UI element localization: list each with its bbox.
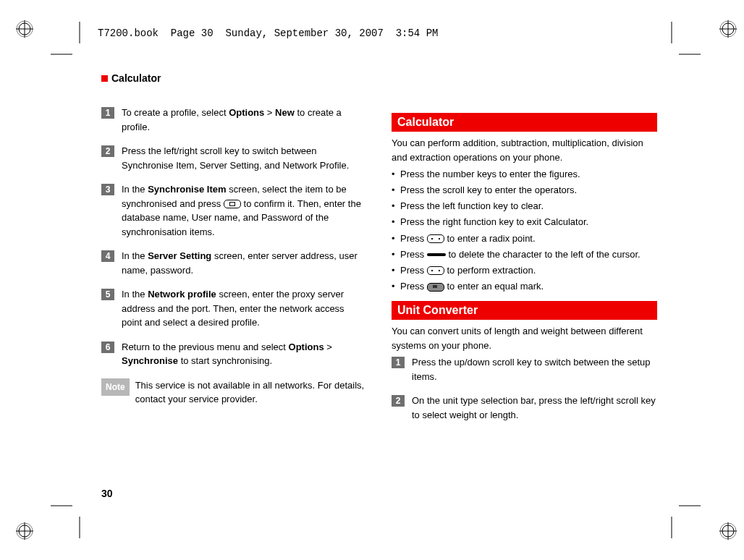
step-text: In the Server Setting screen, enter serv… [122, 249, 367, 277]
bullet-item: Press to delete the character to the lef… [392, 247, 657, 262]
right-column: Calculator You can perform addition, sub… [392, 106, 657, 432]
step-number: 2 [101, 145, 114, 157]
page-number: 30 [101, 488, 113, 499]
crop-mark-icon [664, 502, 701, 538]
bullet-item: Press the right function key to exit Cal… [392, 215, 657, 229]
page-content: Calculator 1 To create a profile, select… [101, 72, 657, 502]
registration-mark-icon [16, 522, 33, 540]
bullet-item: Press to perform extraction. [392, 263, 657, 278]
step-text: In the Synchronise Item screen, select t… [122, 182, 367, 239]
step-text: To create a profile, select Options > Ne… [122, 106, 367, 134]
note-label: Note [101, 378, 130, 396]
bullet-item: Press the number keys to enter the figur… [392, 167, 657, 182]
step-text: Press the up/down scroll key to switch b… [412, 355, 657, 383]
equal-key-icon [427, 283, 444, 292]
ok-key-icon [224, 200, 241, 208]
note-box: Note This service is not available in al… [101, 378, 367, 407]
radix-key-icon [427, 234, 444, 243]
step-text: In the Network profile screen, enter the… [122, 287, 367, 330]
step-5: 5 In the Network profile screen, enter t… [101, 287, 367, 330]
step-text: Return to the previous menu and select O… [122, 340, 367, 368]
crop-mark-icon [664, 22, 701, 58]
crop-mark-icon [51, 502, 87, 538]
step-number: 6 [101, 341, 114, 353]
step-number: 2 [392, 395, 405, 407]
calculator-heading: Calculator [392, 113, 657, 132]
calculator-intro: You can perform addition, subtraction, m… [392, 136, 657, 164]
note-text: This service is not available in all net… [135, 378, 367, 407]
step-number: 1 [392, 357, 405, 368]
step-text: On the unit type selection bar, press th… [412, 394, 657, 422]
step-number: 1 [101, 107, 114, 119]
unit-step-1: 1 Press the up/down scroll key to switch… [392, 355, 657, 383]
unit-converter-heading: Unit Converter [392, 301, 657, 320]
unit-step-2: 2 On the unit type selection bar, press … [392, 394, 657, 422]
registration-mark-icon [16, 20, 33, 38]
step-number: 3 [101, 184, 114, 195]
bullet-item: Press the left function key to clear. [392, 199, 657, 213]
registration-mark-icon [719, 522, 737, 540]
registration-mark-icon [719, 20, 737, 38]
step-4: 4 In the Server Setting screen, enter se… [101, 249, 367, 277]
crop-mark-icon [51, 22, 87, 58]
left-column: 1 To create a profile, select Options > … [101, 106, 367, 432]
step-number: 4 [101, 250, 114, 262]
delete-key-icon [427, 253, 446, 256]
extract-key-icon [427, 266, 444, 275]
bullet-item: Press the scroll key to enter the operat… [392, 183, 657, 198]
step-1: 1 To create a profile, select Options > … [101, 106, 367, 134]
step-number: 5 [101, 289, 114, 300]
unit-converter-intro: You can convert units of length and weig… [392, 324, 657, 352]
section-header: Calculator [101, 72, 657, 84]
section-title: Calculator [111, 72, 161, 84]
print-header: T7200.book Page 30 Sunday, September 30,… [98, 27, 438, 39]
section-marker-icon [101, 75, 108, 82]
step-3: 3 In the Synchronise Item screen, select… [101, 182, 367, 239]
step-6: 6 Return to the previous menu and select… [101, 340, 367, 368]
step-text: Press the left/right scroll key to switc… [122, 144, 367, 172]
bullet-item: Press to enter a radix point. [392, 232, 657, 246]
bullet-item: Press to enter an equal mark. [392, 279, 657, 294]
step-2: 2 Press the left/right scroll key to swi… [101, 144, 367, 172]
calculator-bullets: Press the number keys to enter the figur… [392, 167, 657, 294]
